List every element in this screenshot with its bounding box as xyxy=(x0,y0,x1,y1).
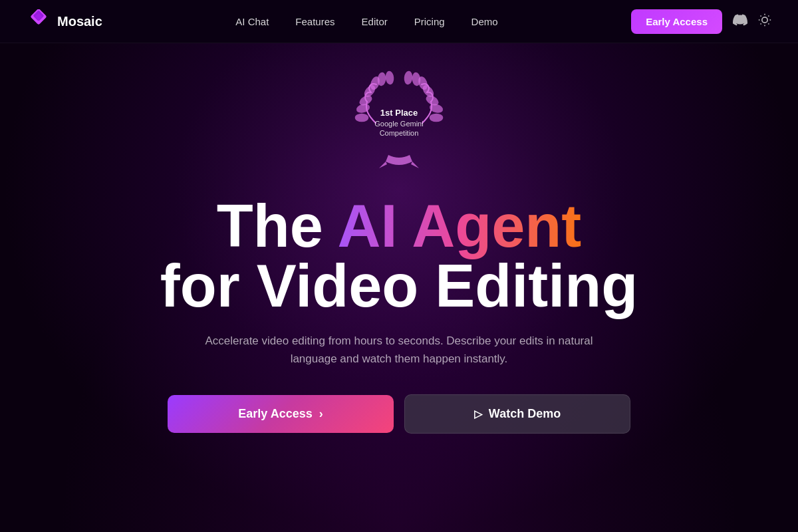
play-icon: ▷ xyxy=(474,408,482,420)
hero-subtext: Accelerate video editing from hours to s… xyxy=(193,332,605,368)
svg-point-3 xyxy=(762,17,767,22)
award-title: 1st Place xyxy=(374,108,423,119)
headline-line2: for Video Editing xyxy=(160,256,638,316)
hero-section: 1st Place Google Gemini Competition The … xyxy=(0,43,798,532)
headline-ai-agent: AI Agent xyxy=(338,193,582,259)
svg-point-25 xyxy=(404,72,412,84)
award-text: 1st Place Google Gemini Competition xyxy=(374,108,423,138)
watch-demo-label: Watch Demo xyxy=(489,407,561,421)
logo-icon xyxy=(27,9,51,33)
award-badge: 1st Place Google Gemini Competition xyxy=(346,70,452,176)
discord-icon[interactable] xyxy=(733,13,747,31)
award-subtitle-line1: Google Gemini xyxy=(374,119,423,128)
award-subtitle-line2: Competition xyxy=(374,128,423,138)
cta-buttons: Early Access › ▷ Watch Demo xyxy=(168,394,630,434)
svg-point-22 xyxy=(430,104,443,113)
nav-item-pricing[interactable]: Pricing xyxy=(414,16,445,27)
nav-links: AI Chat Features Editor Pricing Demo xyxy=(235,16,497,27)
svg-point-18 xyxy=(386,72,394,84)
logo[interactable]: Mosaic xyxy=(27,9,102,33)
svg-point-16 xyxy=(356,114,368,121)
svg-line-7 xyxy=(768,23,769,24)
headline-the: The xyxy=(217,193,338,259)
hero-early-access-button[interactable]: Early Access › xyxy=(168,395,394,433)
navbar: Mosaic AI Chat Features Editor Pricing D… xyxy=(0,0,798,43)
svg-line-10 xyxy=(761,23,761,24)
early-access-label: Early Access xyxy=(238,407,312,421)
svg-line-6 xyxy=(761,15,761,16)
hero-watch-demo-button[interactable]: ▷ Watch Demo xyxy=(404,394,630,434)
hero-headline: The AI Agent for Video Editing xyxy=(160,196,638,316)
svg-point-23 xyxy=(430,114,442,121)
nav-item-features[interactable]: Features xyxy=(295,16,334,27)
svg-point-17 xyxy=(378,73,386,86)
theme-toggle-icon[interactable] xyxy=(758,13,771,30)
nav-item-demo[interactable]: Demo xyxy=(471,16,498,27)
nav-right: Early Access xyxy=(631,9,771,34)
headline-line1: The AI Agent xyxy=(160,196,638,256)
logo-label: Mosaic xyxy=(57,14,102,29)
nav-early-access-button[interactable]: Early Access xyxy=(631,9,722,34)
chevron-right-icon: › xyxy=(319,407,323,421)
svg-point-24 xyxy=(412,73,420,86)
nav-item-ai-chat[interactable]: AI Chat xyxy=(235,16,269,27)
nav-item-editor[interactable]: Editor xyxy=(362,16,388,27)
svg-line-11 xyxy=(768,15,769,16)
